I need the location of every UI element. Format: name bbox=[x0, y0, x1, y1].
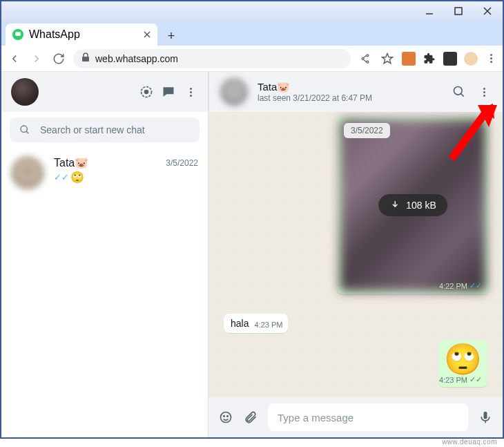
extension-metamask-icon[interactable] bbox=[402, 52, 416, 66]
window-minimize-button[interactable] bbox=[421, 4, 438, 18]
message-emoji: 🙄 bbox=[444, 344, 482, 374]
svg-point-13 bbox=[21, 126, 27, 132]
svg-point-9 bbox=[367, 61, 369, 63]
svg-rect-1 bbox=[455, 8, 462, 15]
chat-item-name: Tata🐷 bbox=[54, 156, 88, 169]
window-close-button[interactable] bbox=[479, 4, 496, 18]
messages-area[interactable]: 3/5/2022 108 kB 4:22 PM ✓✓ hala 4:23 PM bbox=[209, 112, 503, 397]
attach-icon[interactable] bbox=[243, 410, 258, 425]
profile-avatar-icon[interactable] bbox=[464, 52, 478, 66]
read-receipt-icon: ✓✓ bbox=[469, 375, 482, 384]
whatsapp-favicon-icon bbox=[12, 29, 23, 40]
share-icon[interactable] bbox=[358, 51, 373, 66]
svg-rect-6 bbox=[82, 57, 89, 61]
search-icon bbox=[19, 124, 30, 135]
status-icon[interactable] bbox=[139, 84, 154, 99]
nav-forward-button[interactable] bbox=[29, 51, 44, 66]
chat-list-item[interactable]: Tata🐷 3/5/2022 ✓✓ 🙄 bbox=[1, 148, 208, 198]
browser-menu-button[interactable] bbox=[485, 54, 497, 63]
nav-reload-button[interactable] bbox=[51, 51, 66, 66]
message-text: hala bbox=[231, 318, 249, 329]
extension-square-icon[interactable] bbox=[443, 52, 457, 66]
download-button[interactable]: 108 kB bbox=[378, 194, 447, 216]
window-maximize-button[interactable] bbox=[450, 4, 467, 18]
bookmark-star-icon[interactable] bbox=[380, 51, 395, 66]
svg-point-12 bbox=[145, 91, 148, 94]
chat-item-date: 3/5/2022 bbox=[166, 158, 198, 168]
message-time: 4:22 PM ✓✓ bbox=[439, 281, 482, 290]
left-panel: Search or start new chat Tata🐷 3/5/2022 … bbox=[1, 72, 209, 437]
voice-message-icon[interactable] bbox=[478, 410, 493, 425]
message-emoji-outgoing[interactable]: 🙄 4:23 PM ✓✓ bbox=[438, 340, 487, 387]
svg-point-18 bbox=[224, 416, 225, 417]
svg-marker-10 bbox=[382, 53, 393, 63]
svg-point-19 bbox=[227, 416, 229, 417]
emoji-picker-icon[interactable] bbox=[218, 410, 233, 425]
browser-address-bar: web.whatsapp.com bbox=[1, 46, 503, 72]
browser-tab[interactable]: WhatsApp bbox=[6, 23, 157, 46]
url-input[interactable]: web.whatsapp.com bbox=[73, 49, 351, 68]
message-image-outgoing[interactable]: 3/5/2022 108 kB 4:22 PM ✓✓ bbox=[337, 116, 489, 294]
chat-search-icon[interactable] bbox=[452, 84, 467, 99]
contact-status: last seen 3/21/2022 at 6:47 PM bbox=[258, 93, 442, 103]
chat-item-avatar bbox=[11, 156, 44, 189]
tab-close-button[interactable] bbox=[144, 28, 151, 41]
message-input-placeholder: Type a message bbox=[278, 412, 353, 424]
message-date-badge: 3/5/2022 bbox=[344, 123, 390, 138]
svg-point-17 bbox=[221, 412, 231, 423]
tab-title: WhatsApp bbox=[29, 28, 80, 41]
browser-tabstrip: WhatsApp + bbox=[1, 21, 503, 46]
conversation-panel: Tata🐷 last seen 3/21/2022 at 6:47 PM 3/5… bbox=[209, 72, 503, 437]
message-time: 4:23 PM bbox=[254, 321, 282, 329]
window-titlebar bbox=[1, 1, 503, 21]
message-time: 4:23 PM ✓✓ bbox=[439, 375, 482, 384]
contact-info[interactable]: Tata🐷 last seen 3/21/2022 at 6:47 PM bbox=[258, 81, 442, 103]
my-avatar[interactable] bbox=[11, 78, 39, 106]
download-arrow-icon bbox=[389, 200, 400, 211]
search-input[interactable]: Search or start new chat bbox=[10, 117, 200, 142]
nav-back-button[interactable] bbox=[7, 51, 22, 66]
watermark-text: www.deuaq.com bbox=[442, 438, 497, 446]
url-text: web.whatsapp.com bbox=[95, 53, 178, 64]
svg-point-7 bbox=[367, 54, 369, 56]
whatsapp-app: Search or start new chat Tata🐷 3/5/2022 … bbox=[1, 72, 503, 437]
conversation-header: Tata🐷 last seen 3/21/2022 at 6:47 PM bbox=[209, 72, 503, 112]
search-placeholder: Search or start new chat bbox=[40, 124, 145, 135]
chat-menu-icon[interactable] bbox=[476, 84, 492, 99]
new-chat-icon[interactable] bbox=[161, 84, 176, 99]
svg-line-16 bbox=[461, 94, 464, 97]
extension-icons bbox=[402, 52, 478, 66]
contact-name: Tata🐷 bbox=[258, 81, 442, 93]
lock-icon bbox=[81, 53, 90, 64]
message-input[interactable]: Type a message bbox=[268, 403, 468, 431]
read-receipt-icon: ✓✓ bbox=[54, 172, 69, 182]
message-incoming[interactable]: hala 4:23 PM bbox=[224, 314, 288, 333]
svg-point-8 bbox=[362, 57, 364, 59]
extensions-button[interactable] bbox=[423, 52, 436, 66]
contact-avatar[interactable] bbox=[220, 78, 248, 106]
message-composer: Type a message bbox=[209, 397, 503, 437]
browser-window: WhatsApp + web.whatsapp.com bbox=[0, 0, 504, 439]
search-wrapper: Search or start new chat bbox=[1, 112, 208, 148]
svg-point-15 bbox=[454, 87, 463, 95]
left-menu-icon[interactable] bbox=[183, 84, 198, 99]
download-size: 108 kB bbox=[406, 200, 436, 211]
chat-item-preview: 🙄 bbox=[70, 171, 84, 184]
left-header bbox=[1, 72, 208, 112]
read-receipt-icon: ✓✓ bbox=[469, 281, 482, 290]
chat-list: Tata🐷 3/5/2022 ✓✓ 🙄 bbox=[1, 148, 208, 437]
svg-line-14 bbox=[26, 131, 28, 133]
new-tab-button[interactable]: + bbox=[162, 26, 181, 46]
